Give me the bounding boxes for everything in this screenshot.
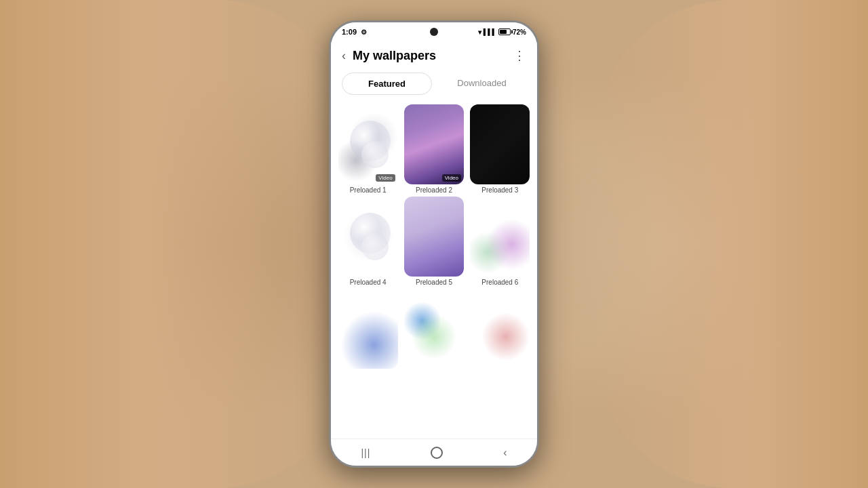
header: ‹ My wallpapers ⋮ [331, 41, 537, 68]
wallpaper-thumb-8[interactable] [404, 289, 464, 369]
battery-icon [498, 28, 511, 35]
wallpaper-thumb-6[interactable] [470, 197, 530, 277]
video-badge-1: Video [376, 174, 395, 182]
tab-featured[interactable]: Featured [342, 73, 432, 95]
sphere-effect-1 [338, 104, 398, 184]
tabs-container: Featured Downloaded [331, 68, 537, 102]
wallpaper-item-5: Preloaded 5 [402, 197, 465, 286]
app-content: ‹ My wallpapers ⋮ Featured Downloaded [331, 41, 537, 439]
battery-fill [500, 30, 507, 34]
signal-icon: ▌▌▌ [484, 28, 496, 35]
wallpaper-grid: Video Preloaded 1 Video Preloaded 2 Prel… [331, 102, 537, 439]
wallpaper-thumb-1[interactable]: Video [338, 104, 398, 184]
sphere-effect-4 [338, 197, 398, 277]
wallpaper-item-2: Video Preloaded 2 [402, 104, 465, 194]
nav-bar: ||| ‹ [331, 439, 537, 466]
hand-right [597, 0, 868, 488]
menu-button[interactable]: ⋮ [513, 48, 526, 63]
wallpaper-thumb-7[interactable] [338, 289, 398, 369]
wallpaper-item-8 [402, 289, 465, 371]
wallpaper-thumb-4[interactable] [338, 197, 398, 277]
back-nav-button[interactable]: ‹ [503, 447, 507, 459]
wallpaper-item-9 [469, 289, 532, 371]
home-button[interactable] [431, 447, 443, 459]
grid-row-3 [336, 289, 532, 371]
wallpaper-thumb-3[interactable] [470, 104, 530, 184]
page-title: My wallpapers [353, 49, 513, 63]
wallpaper-label-6: Preloaded 6 [481, 279, 518, 286]
phone-wrapper: 1:09 ⚙ ▾ ▌▌▌ 72% ‹ My wallpapers ⋮ [329, 20, 539, 468]
status-bar-right: ▾ ▌▌▌ 72% [478, 28, 526, 36]
wallpaper-item-7 [336, 289, 399, 371]
wallpaper-label-2: Preloaded 2 [416, 186, 452, 194]
recents-button[interactable]: ||| [361, 447, 370, 458]
wallpaper-thumb-9[interactable] [470, 289, 530, 369]
status-bar: 1:09 ⚙ ▾ ▌▌▌ 72% [331, 22, 537, 41]
grid-row-1: Video Preloaded 1 Video Preloaded 2 Prel… [336, 104, 532, 194]
back-nav-icon: ‹ [503, 447, 507, 459]
wallpaper-thumb-5[interactable] [404, 197, 464, 277]
settings-icon: ⚙ [361, 28, 367, 36]
grid-row-2: Preloaded 4 Preloaded 5 Preloaded 6 [336, 197, 532, 286]
wallpaper-item-6: Preloaded 6 [469, 197, 532, 286]
home-icon [431, 447, 443, 459]
phone-device: 1:09 ⚙ ▾ ▌▌▌ 72% ‹ My wallpapers ⋮ [329, 20, 539, 468]
tab-downloaded[interactable]: Downloaded [437, 73, 526, 95]
camera-notch [430, 28, 438, 36]
wallpaper-label-5: Preloaded 5 [416, 279, 452, 286]
wallpaper-label-3: Preloaded 3 [481, 186, 518, 194]
wallpaper-item-1: Video Preloaded 1 [336, 104, 399, 194]
recents-icon: ||| [361, 447, 370, 458]
hand-left [0, 0, 353, 488]
status-bar-left: 1:09 ⚙ [342, 28, 367, 36]
wifi-icon: ▾ [478, 28, 481, 36]
wallpaper-label-1: Preloaded 1 [350, 186, 387, 194]
battery-label: 72% [513, 28, 526, 36]
back-button[interactable]: ‹ [342, 49, 346, 63]
wallpaper-label-4: Preloaded 4 [350, 279, 387, 286]
wallpaper-item-3: Preloaded 3 [469, 104, 532, 194]
time-display: 1:09 [342, 28, 357, 36]
wallpaper-thumb-2[interactable]: Video [404, 104, 464, 184]
video-badge-2: Video [442, 174, 461, 182]
wallpaper-item-4: Preloaded 4 [336, 197, 399, 286]
